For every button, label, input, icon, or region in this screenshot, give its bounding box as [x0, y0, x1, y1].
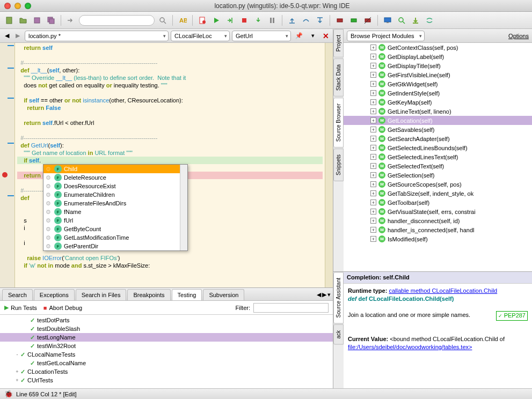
autocomplete-item[interactable]: ⚙FGetLastModificationTime — [43, 233, 187, 242]
current-value-link[interactable]: file:/Users/sdeibel/doc/woodworking/tabl… — [348, 344, 472, 350]
method-tree-item[interactable]: +MGetSearchAdapter(self) — [344, 134, 532, 143]
tab-search-in-files[interactable]: Search in Files — [76, 289, 127, 300]
method-dropdown[interactable]: GetUrl — [232, 31, 291, 41]
method-tree-item[interactable]: +MGetContextClass(self, pos) — [344, 43, 532, 52]
vtab-source-browser[interactable]: Source Browser — [333, 98, 344, 147]
open-file-icon[interactable] — [17, 14, 29, 26]
test-tree-item[interactable]: ✓testDotParts — [0, 316, 333, 324]
method-tree-item[interactable]: +MGetKeyMap(self) — [344, 98, 532, 107]
test-tree-item[interactable]: ✓testLongName — [0, 333, 333, 342]
close-window-button[interactable] — [4, 3, 11, 9]
test-tree-item[interactable]: +✓CUrlTests — [0, 376, 333, 385]
vtab-snippets[interactable]: Snippets — [333, 149, 344, 181]
close-file-button[interactable]: ✕ — [321, 31, 331, 41]
method-tree-item[interactable]: +MGetFirstVisibleLine(self) — [344, 70, 532, 79]
method-tree-item[interactable]: +MGetIndentStyle(self) — [344, 88, 532, 98]
file-dropdown[interactable]: location.py * — [25, 31, 169, 41]
sync-icon[interactable] — [424, 14, 435, 26]
method-tree-item[interactable]: +MGetLocation(self) — [344, 116, 532, 125]
method-tree-item[interactable]: +MGetVisualState(self, errs, constrai — [344, 207, 532, 216]
step-out-icon[interactable] — [286, 14, 298, 26]
autocomplete-item[interactable]: ⚙FfUrl — [43, 216, 187, 225]
pin-icon[interactable]: 📌 — [293, 30, 305, 42]
test-tree-item[interactable]: ✓testDoubleSlash — [0, 324, 333, 333]
step-over-icon[interactable] — [300, 14, 312, 26]
tab-testing[interactable]: Testing — [172, 289, 202, 300]
method-tree-item[interactable]: +MGetSelection(self) — [344, 171, 532, 180]
test-tree-item[interactable]: ✓testGetLocalName — [0, 359, 333, 367]
breakpoint-cond-icon[interactable] — [348, 14, 360, 26]
download-icon[interactable] — [410, 14, 421, 26]
monitor-icon[interactable] — [382, 14, 393, 26]
autocomplete-item[interactable]: ⚙FDoesResourceExist — [43, 182, 187, 190]
replace-icon[interactable]: AB — [177, 14, 188, 26]
goto-icon[interactable] — [65, 14, 77, 26]
method-tree-item[interactable]: +Mhandler_is_connected(self, handl — [344, 225, 532, 234]
zoom-window-button[interactable] — [25, 3, 31, 9]
stop-icon[interactable] — [238, 14, 250, 26]
vtab-source-assistant[interactable]: Source Assistant — [333, 272, 344, 323]
breakpoint-icon[interactable] — [334, 14, 346, 26]
autocomplete-item[interactable]: ⚙FChild — [43, 165, 187, 173]
abort-debug-button[interactable]: ■Abort Debug — [43, 305, 82, 311]
nav-back-icon[interactable]: ◀ — [2, 31, 12, 41]
autocomplete-item[interactable]: ⚙FGetParentDir — [43, 242, 187, 250]
method-tree-item[interactable]: +MGetDisplayLabel(self) — [344, 52, 532, 61]
autocomplete-item[interactable]: ⚙FGetByteCount — [43, 225, 187, 233]
method-tree-item[interactable]: +MIsModified(self) — [344, 234, 532, 243]
autocomplete-popup[interactable]: ⚙FChild⚙FDeleteResource⚙FDoesResourceExi… — [43, 164, 188, 251]
runtime-type-link[interactable]: callable method CLocalFileLocation.Child — [389, 287, 497, 294]
test-tree-item[interactable]: ✓testWin32Root — [0, 342, 333, 350]
autocomplete-item[interactable]: ⚙FEnumerateChildren — [43, 190, 187, 199]
vtab-ack[interactable]: ack — [333, 324, 344, 345]
menu-chevron-icon[interactable]: ▾ — [307, 30, 319, 42]
test-tree-item[interactable]: -✓CLocalNameTests — [0, 350, 333, 359]
code-editor[interactable]: return self #---------------------------… — [0, 43, 333, 287]
run-tests-button[interactable]: ▶Run Tests — [4, 304, 37, 311]
method-tree[interactable]: +MGetContextClass(self, pos)+MGetDisplay… — [344, 43, 532, 271]
tab-scroll-right-icon[interactable]: ▶ — [322, 291, 326, 298]
method-tree-item[interactable]: +MGetSavables(self) — [344, 125, 532, 134]
debug-file-icon[interactable] — [196, 14, 208, 26]
autocomplete-item[interactable]: ⚙FDeleteResource — [43, 173, 187, 182]
method-tree-item[interactable]: +MGetSourceScopes(self, pos) — [344, 180, 532, 189]
class-dropdown[interactable]: CLocalFileLoc — [171, 31, 230, 41]
save-icon[interactable] — [31, 14, 43, 26]
tab-search[interactable]: Search — [2, 289, 33, 300]
test-tree-item[interactable]: +✓CLocationTests — [0, 367, 333, 376]
pause-icon[interactable] — [266, 14, 278, 26]
breakpoint-marker[interactable] — [2, 172, 8, 178]
breakpoint-disable-icon[interactable] — [362, 14, 374, 26]
tab-exceptions[interactable]: Exceptions — [34, 289, 75, 300]
autocomplete-item[interactable]: ⚙FfName — [43, 208, 187, 216]
test-tree[interactable]: ✓testDotParts✓testDoubleSlash✓testLongNa… — [0, 315, 333, 388]
step-return-icon[interactable] — [314, 14, 326, 26]
method-tree-item[interactable]: +MGetTabSize(self, indent_style, ok — [344, 189, 532, 198]
filter-input[interactable] — [253, 303, 329, 313]
refresh-icon[interactable] — [396, 14, 407, 26]
tab-scroll-left-icon[interactable]: ◀ — [317, 291, 321, 298]
nav-forward-icon[interactable]: ▶ — [13, 31, 23, 41]
autocomplete-scrollbar[interactable] — [180, 165, 187, 250]
step-icon[interactable] — [224, 14, 236, 26]
editor-scrollbar[interactable] — [325, 43, 333, 287]
method-tree-item[interactable]: +MGetSelectedLinesText(self) — [344, 152, 532, 161]
method-tree-item[interactable]: +MGetDisplayTitle(self) — [344, 61, 532, 70]
new-file-icon[interactable] — [3, 14, 15, 26]
autocomplete-item[interactable]: ⚙FEnumerateFilesAndDirs — [43, 199, 187, 208]
method-tree-item[interactable]: +Mhandler_disconnect(self, id) — [344, 216, 532, 225]
method-tree-item[interactable]: +MGetLineText(self, lineno) — [344, 107, 532, 116]
tab-breakpoints[interactable]: Breakpoints — [127, 289, 170, 300]
search-icon[interactable] — [157, 14, 169, 26]
step-into-icon[interactable] — [252, 14, 264, 26]
run-icon[interactable] — [210, 14, 222, 26]
minimize-window-button[interactable] — [14, 3, 21, 9]
method-tree-item[interactable]: +MGetToolbar(self) — [344, 198, 532, 207]
tab-menu-icon[interactable]: ▾ — [327, 291, 331, 298]
vtab-project[interactable]: Project — [333, 29, 344, 57]
options-link[interactable]: Options — [508, 33, 529, 39]
method-tree-item[interactable]: +MGetSelectedText(self) — [344, 161, 532, 171]
tab-subversion[interactable]: Subversion — [203, 289, 244, 300]
vtab-stack-data[interactable]: Stack Data — [333, 58, 344, 97]
save-all-icon[interactable] — [45, 14, 57, 26]
